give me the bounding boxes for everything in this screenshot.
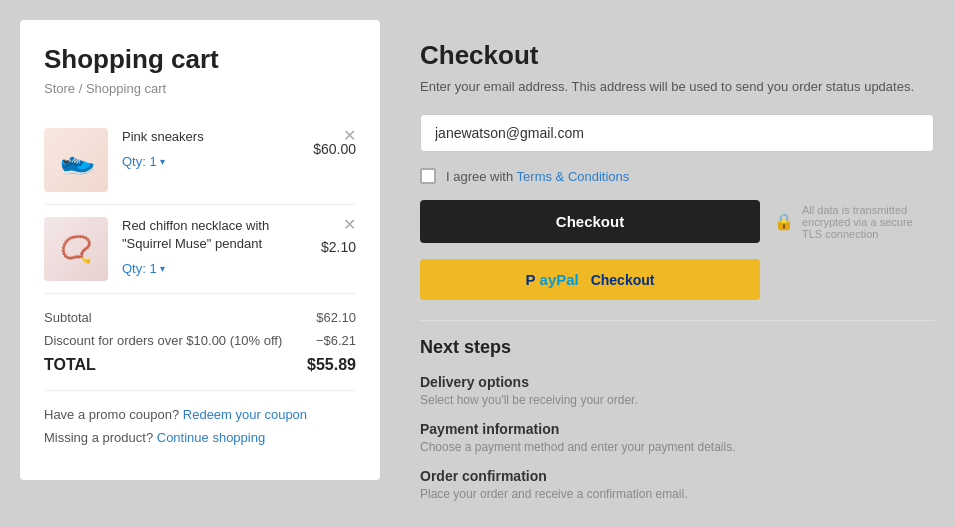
paypal-checkout-label: Checkout [591, 272, 655, 288]
qty-arrow-necklace: ▾ [160, 263, 165, 274]
remove-necklace-button[interactable]: ✕ [343, 217, 356, 233]
paypal-aypal: ayPal [540, 271, 579, 288]
grand-total-row: TOTAL $55.89 [44, 356, 356, 374]
terms-row: I agree with Terms & Conditions [420, 168, 934, 184]
discount-label: Discount for orders over $10.00 (10% off… [44, 333, 282, 348]
item-qty-sneakers[interactable]: Qty: 1 ▾ [122, 154, 165, 169]
item-qty-necklace[interactable]: Qty: 1 ▾ [122, 261, 165, 276]
item-price-necklace: $2.10 [311, 239, 356, 255]
checkout-panel: Checkout Enter your email address. This … [380, 20, 955, 527]
step-delivery-desc: Select how you'll be receiving your orde… [420, 393, 934, 407]
promo-text: Have a promo coupon? Redeem your coupon [44, 407, 356, 422]
next-steps-title: Next steps [420, 337, 934, 358]
discount-row: Discount for orders over $10.00 (10% off… [44, 333, 356, 348]
breadcrumb-separator: / [79, 81, 83, 96]
breadcrumb-current: Shopping cart [86, 81, 166, 96]
step-confirmation-desc: Place your order and receive a confirmat… [420, 487, 934, 501]
qty-arrow-sneakers: ▾ [160, 156, 165, 167]
subtotal-label: Subtotal [44, 310, 92, 325]
lock-icon: 🔒 [774, 212, 794, 231]
item-details-sneakers: Pink sneakers Qty: 1 ▾ $60.00 [122, 128, 356, 170]
item-name-necklace: Red chiffon necklace with "Squirrel Muse… [122, 217, 311, 253]
step-confirmation: Order confirmation Place your order and … [420, 468, 934, 501]
step-payment-desc: Choose a payment method and enter your p… [420, 440, 934, 454]
item-name-sneakers: Pink sneakers [122, 128, 303, 146]
cart-panel: Shopping cart Store / Shopping cart 👟 Pi… [20, 20, 380, 480]
paypal-checkout-button[interactable]: PayPal Checkout [420, 259, 760, 300]
secure-info: 🔒 All data is transmitted encrypted via … [774, 204, 934, 240]
total-label: TOTAL [44, 356, 96, 374]
item-image-sneakers: 👟 [44, 128, 108, 192]
item-details-necklace: Red chiffon necklace with "Squirrel Muse… [122, 217, 356, 277]
checkout-actions: Checkout 🔒 All data is transmitted encry… [420, 200, 934, 243]
email-input[interactable] [420, 114, 934, 152]
breadcrumb: Store / Shopping cart [44, 81, 356, 96]
secure-text: All data is transmitted encrypted via a … [802, 204, 934, 240]
missing-text: Missing a product? Continue shopping [44, 430, 356, 445]
total-value: $55.89 [307, 356, 356, 374]
checkout-subtitle: Enter your email address. This address w… [420, 79, 934, 94]
breadcrumb-store: Store [44, 81, 75, 96]
cart-title: Shopping cart [44, 44, 356, 75]
next-steps: Next steps Delivery options Select how y… [420, 320, 934, 501]
step-confirmation-name: Order confirmation [420, 468, 934, 484]
subtotal-value: $62.10 [316, 310, 356, 325]
remove-sneakers-button[interactable]: ✕ [343, 128, 356, 144]
necklace-icon: 📿 [60, 234, 92, 265]
page-container: Shopping cart Store / Shopping cart 👟 Pi… [0, 0, 955, 527]
step-delivery-name: Delivery options [420, 374, 934, 390]
cart-actions: Have a promo coupon? Redeem your coupon … [44, 407, 356, 445]
discount-value: −$6.21 [316, 333, 356, 348]
sneaker-icon: 👟 [55, 140, 97, 181]
paypal-p: P [526, 271, 536, 288]
subtotal-row: Subtotal $62.10 [44, 310, 356, 325]
checkout-title: Checkout [420, 40, 934, 71]
terms-label: I agree with Terms & Conditions [446, 169, 629, 184]
cart-totals: Subtotal $62.10 Discount for orders over… [44, 310, 356, 391]
item-image-necklace: 📿 [44, 217, 108, 281]
continue-shopping-link[interactable]: Continue shopping [157, 430, 265, 445]
step-payment-name: Payment information [420, 421, 934, 437]
step-payment: Payment information Choose a payment met… [420, 421, 934, 454]
redeem-coupon-link[interactable]: Redeem your coupon [183, 407, 307, 422]
checkout-button[interactable]: Checkout [420, 200, 760, 243]
terms-conditions-link[interactable]: Terms & Conditions [517, 169, 630, 184]
step-delivery: Delivery options Select how you'll be re… [420, 374, 934, 407]
terms-checkbox[interactable] [420, 168, 436, 184]
cart-item-necklace: 📿 Red chiffon necklace with "Squirrel Mu… [44, 205, 356, 294]
cart-item-sneakers: 👟 Pink sneakers Qty: 1 ▾ $60.00 ✕ [44, 116, 356, 205]
